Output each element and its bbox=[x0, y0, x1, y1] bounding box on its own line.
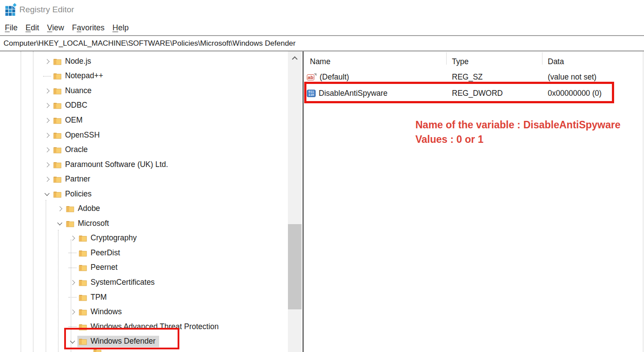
folder-icon bbox=[53, 146, 62, 153]
column-header-data[interactable]: Data bbox=[542, 57, 644, 66]
folder-icon bbox=[53, 87, 62, 94]
tree-item-windows-advanced-threat-protection[interactable]: Windows Advanced Threat Protection bbox=[0, 319, 288, 334]
column-separator[interactable] bbox=[446, 52, 447, 65]
tree-item-label: Partner bbox=[65, 174, 90, 184]
value-list-pane: Name Type Data ab(Default)REG_SZ(value n… bbox=[304, 51, 644, 352]
chevron-down-icon[interactable] bbox=[42, 193, 52, 195]
title-bar: Registry Editor bbox=[0, 0, 644, 20]
connector-stub bbox=[68, 253, 77, 253]
annotation-note-line2: Values : 0 or 1 bbox=[415, 132, 621, 147]
tree-item-nuance[interactable]: Nuance bbox=[0, 83, 288, 98]
tree-item-label: Peernet bbox=[91, 263, 117, 272]
tree-item-adobe[interactable]: Adobe bbox=[0, 201, 288, 216]
folder-icon bbox=[53, 132, 62, 139]
column-header-name[interactable]: Name bbox=[304, 57, 446, 66]
chevron-right-icon[interactable] bbox=[42, 163, 52, 167]
string-value-icon: ab bbox=[307, 73, 317, 81]
folder-icon bbox=[53, 161, 62, 168]
folder-icon bbox=[79, 323, 87, 330]
chevron-right-icon[interactable] bbox=[42, 148, 52, 152]
scroll-up-button[interactable] bbox=[288, 51, 302, 65]
tree-item-microsoft[interactable]: Microsoft bbox=[0, 216, 288, 231]
tree-item-label: Microsoft bbox=[78, 219, 109, 229]
address-bar[interactable]: Computer\HKEY_LOCAL_MACHINE\SOFTWARE\Pol… bbox=[0, 36, 644, 51]
tree-item-partner[interactable]: Partner bbox=[0, 172, 288, 187]
chevron-right-icon[interactable] bbox=[42, 134, 52, 137]
tree-item-node-js[interactable]: Node.js bbox=[0, 54, 288, 69]
tree-item-peernet[interactable]: Peernet bbox=[0, 261, 288, 276]
folder-icon bbox=[53, 176, 62, 183]
value-type: REG_SZ bbox=[446, 73, 542, 82]
tree-item-oem[interactable]: OEM bbox=[0, 113, 288, 128]
menu-file[interactable]: File bbox=[1, 23, 22, 33]
tree-item-systemcertificates[interactable]: SystemCertificates bbox=[0, 275, 288, 290]
tree-item-label: Node.js bbox=[65, 57, 91, 66]
folder-icon bbox=[79, 338, 87, 345]
tree-item-label: PeerDist bbox=[91, 248, 120, 258]
tree-item-policies[interactable]: Policies bbox=[0, 187, 288, 202]
content-area: Node.jsNotepad++NuanceODBCOEMOpenSSHOrac… bbox=[0, 51, 644, 352]
tree-item-odbc[interactable]: ODBC bbox=[0, 98, 288, 113]
tree-item-label: Oracle bbox=[65, 145, 88, 155]
chevron-right-icon[interactable] bbox=[68, 236, 77, 240]
annotation-note-line1: Name of the variable : DisableAntiSpywar… bbox=[415, 118, 621, 132]
tree-item-label: Notepad++ bbox=[65, 71, 103, 81]
registry-editor-icon bbox=[4, 3, 18, 16]
chevron-right-icon[interactable] bbox=[42, 60, 52, 63]
folder-icon bbox=[66, 205, 74, 212]
folder-icon bbox=[79, 279, 87, 286]
menu-edit[interactable]: Edit bbox=[22, 23, 43, 33]
folder-icon bbox=[79, 250, 87, 257]
annotation-note: Name of the variable : DisableAntiSpywar… bbox=[415, 118, 621, 147]
folder-icon bbox=[79, 235, 87, 242]
folder-icon bbox=[53, 102, 62, 109]
chevron-right-icon[interactable] bbox=[42, 89, 52, 93]
value-data: 0x00000000 (0) bbox=[542, 89, 644, 98]
value-row-default[interactable]: ab(Default)REG_SZ(value not set) bbox=[304, 69, 644, 85]
pane-divider[interactable] bbox=[302, 51, 304, 352]
tree-item-label: Adobe bbox=[78, 204, 100, 214]
tree-item-notepad[interactable]: Notepad++ bbox=[0, 69, 288, 84]
tree-item-label: OpenSSH bbox=[65, 131, 100, 140]
menu-help[interactable]: Help bbox=[109, 23, 133, 33]
tree-item-windows[interactable]: Windows bbox=[0, 305, 288, 319]
tree-item-peerdist[interactable]: PeerDist bbox=[0, 246, 288, 261]
tree-rows: Node.jsNotepad++NuanceODBCOEMOpenSSHOrac… bbox=[0, 54, 288, 349]
chevron-down-icon[interactable] bbox=[68, 341, 77, 343]
menu-view[interactable]: View bbox=[43, 23, 68, 33]
value-data: (value not set) bbox=[542, 73, 644, 82]
folder-icon bbox=[66, 220, 74, 227]
chevron-right-icon[interactable] bbox=[42, 104, 52, 107]
chevron-right-icon[interactable] bbox=[42, 178, 52, 181]
tree-item-label: TPM bbox=[91, 293, 107, 302]
tree-scrollbar[interactable] bbox=[288, 51, 302, 352]
chevron-right-icon[interactable] bbox=[42, 119, 52, 122]
tree-item-label: Cryptography bbox=[91, 233, 137, 243]
folder-icon bbox=[53, 117, 62, 124]
scrollbar-thumb[interactable] bbox=[288, 224, 302, 309]
tree-item-oracle[interactable]: Oracle bbox=[0, 142, 288, 157]
chevron-right-icon[interactable] bbox=[55, 207, 65, 210]
tree-item-label: ODBC bbox=[65, 101, 87, 110]
key-tree-pane: Node.jsNotepad++NuanceODBCOEMOpenSSHOrac… bbox=[0, 51, 288, 352]
chevron-right-icon[interactable] bbox=[68, 281, 77, 284]
tree-item-windows-defender[interactable]: Windows Defender bbox=[0, 334, 288, 349]
tree-item-openssh[interactable]: OpenSSH bbox=[0, 128, 288, 143]
tree-item-label: Windows bbox=[91, 307, 122, 317]
menu-favorites[interactable]: Favorites bbox=[68, 23, 109, 33]
folder-icon bbox=[53, 73, 62, 80]
chevron-down-icon[interactable] bbox=[55, 222, 65, 225]
connector-stub bbox=[42, 76, 52, 76]
tree-item-label: Windows Defender bbox=[91, 337, 156, 346]
column-header-type[interactable]: Type bbox=[446, 57, 542, 66]
dword-value-icon bbox=[307, 90, 316, 97]
tree-item-paramount-software-uk-ltd[interactable]: Paramount Software (UK) Ltd. bbox=[0, 157, 288, 172]
chevron-right-icon[interactable] bbox=[68, 310, 77, 314]
value-row-disableantispyware[interactable]: DisableAntiSpywareREG_DWORD0x00000000 (0… bbox=[304, 85, 644, 102]
folder-icon bbox=[79, 294, 87, 301]
tree-item-cryptography[interactable]: Cryptography bbox=[0, 231, 288, 246]
tree-item-label: SystemCertificates bbox=[91, 278, 155, 287]
column-separator[interactable] bbox=[542, 52, 542, 65]
tree-item-tpm[interactable]: TPM bbox=[0, 290, 288, 305]
menu-bar: File Edit View Favorites Help bbox=[0, 20, 644, 35]
